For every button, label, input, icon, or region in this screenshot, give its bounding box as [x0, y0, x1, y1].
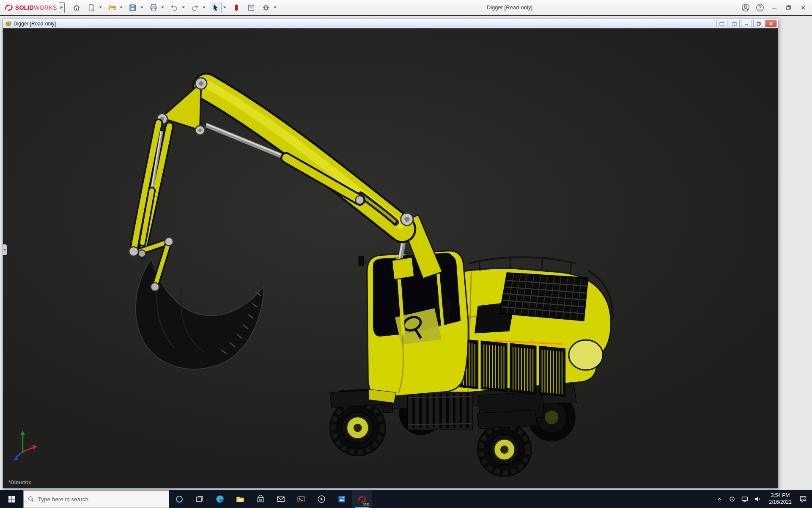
media-player-icon	[317, 495, 326, 503]
system-tray: 3:54 PM 2/16/2021	[713, 490, 812, 508]
cortana-button[interactable]	[169, 490, 189, 508]
help-icon	[756, 3, 764, 12]
close-icon	[801, 5, 806, 10]
save-dropdown[interactable]	[139, 2, 145, 13]
maximize-button[interactable]	[782, 0, 796, 15]
options-dropdown[interactable]	[272, 2, 278, 13]
redo-button[interactable]	[189, 2, 201, 13]
mail-icon	[277, 495, 285, 503]
red-tool-icon	[233, 4, 240, 11]
doc-pane-tile-button[interactable]	[729, 20, 740, 27]
task-view-icon	[196, 495, 203, 503]
minimize-button[interactable]	[767, 0, 782, 15]
taskbar-search[interactable]	[23, 490, 169, 508]
solidworks-logo[interactable]: SOLIDWORKS	[4, 4, 57, 11]
taskbar-app-media-player[interactable]	[311, 490, 332, 508]
collapsed-panel-tab[interactable]	[3, 244, 7, 255]
save-button[interactable]	[127, 2, 139, 13]
search-input[interactable]	[38, 496, 165, 502]
action-center-icon	[799, 495, 807, 503]
doc-minimize-icon	[744, 22, 749, 26]
solidworks-mark-icon	[4, 4, 14, 11]
doc-restore-icon	[757, 22, 761, 26]
new-document-dropdown[interactable]	[98, 2, 103, 13]
action-center-button[interactable]	[797, 490, 809, 508]
taskbar: 2021 3:54 PM 2/16/2021	[0, 490, 812, 508]
undo-dropdown[interactable]	[181, 2, 186, 13]
save-icon	[129, 4, 137, 11]
document-type-icon	[5, 21, 11, 27]
hidden-icons-button[interactable]	[713, 490, 726, 508]
doc-close-button[interactable]	[765, 20, 776, 27]
pane-cascade-icon	[719, 22, 724, 26]
user-account-icon	[741, 3, 750, 12]
taskbar-clock[interactable]: 3:54 PM 2/16/2021	[764, 492, 797, 505]
options-button[interactable]	[260, 2, 272, 13]
task-view-button[interactable]	[189, 490, 210, 508]
red-tool-button[interactable]	[230, 2, 242, 13]
terminal-icon	[297, 495, 305, 503]
select-tool-dropdown[interactable]	[222, 2, 228, 13]
volume-icon	[754, 496, 761, 502]
windows-logo-icon	[8, 495, 16, 503]
document-title: Digger [Read-only]	[14, 21, 715, 27]
clock-date: 2/16/2021	[765, 499, 796, 506]
network-icon	[741, 496, 748, 502]
start-button[interactable]	[0, 490, 23, 508]
doc-minimize-button[interactable]	[741, 20, 752, 27]
boom-group[interactable]	[157, 78, 442, 280]
close-button[interactable]	[796, 0, 810, 15]
stick-group[interactable]	[134, 123, 170, 254]
pane-tile-icon	[732, 22, 737, 26]
brand-text-solid: SOLID	[15, 4, 34, 11]
chevron-up-icon	[717, 497, 722, 502]
document-window: Digger [Read-only]	[3, 19, 778, 489]
viewport-3d[interactable]: *Dimetric	[3, 28, 778, 488]
redo-icon	[191, 4, 199, 11]
doc-close-icon	[769, 22, 773, 26]
new-document-icon	[88, 4, 95, 11]
redo-dropdown[interactable]	[201, 2, 207, 13]
menu-bar: SOLIDWORKS	[0, 0, 812, 15]
solidworks-version-badge: 2021	[363, 503, 370, 506]
taskbar-app-photos[interactable]	[332, 490, 352, 508]
status-dot-icon	[729, 496, 735, 502]
taskbar-app-store[interactable]	[250, 490, 271, 508]
new-document-button[interactable]	[85, 2, 97, 13]
search-icon	[28, 496, 34, 502]
file-properties-icon	[247, 4, 255, 11]
gear-icon	[262, 4, 270, 11]
account-button[interactable]	[738, 0, 753, 15]
store-icon	[256, 495, 265, 503]
network-button[interactable]	[738, 490, 751, 508]
doc-restore-button[interactable]	[753, 20, 764, 27]
select-arrow-icon	[212, 4, 219, 11]
open-dropdown[interactable]	[118, 2, 124, 13]
open-button[interactable]	[106, 2, 118, 13]
print-button[interactable]	[148, 2, 159, 13]
home-button[interactable]	[71, 2, 82, 13]
taskbar-app-edge[interactable]	[210, 490, 230, 508]
taskbar-app-solidworks[interactable]: 2021	[352, 490, 372, 508]
clock-time: 3:54 PM	[765, 492, 796, 499]
taskbar-app-terminal[interactable]	[291, 490, 311, 508]
file-explorer-icon	[236, 495, 244, 503]
excavator-model[interactable]	[3, 28, 778, 488]
volume-button[interactable]	[751, 490, 764, 508]
taskbar-app-mail[interactable]	[271, 490, 291, 508]
doc-pane-cascade-button[interactable]	[716, 20, 727, 27]
help-button[interactable]	[753, 0, 767, 15]
undo-button[interactable]	[168, 2, 180, 13]
taskbar-app-file-explorer[interactable]	[230, 490, 250, 508]
brand-text-works: WORKS	[34, 4, 57, 11]
undo-icon	[170, 4, 178, 11]
photos-icon	[337, 495, 346, 503]
tray-status-icon-button[interactable]	[726, 490, 738, 508]
select-tool-button[interactable]	[210, 2, 222, 13]
body-group[interactable]	[445, 256, 613, 397]
file-properties-button[interactable]	[245, 2, 257, 13]
menu-flyout-arrow[interactable]	[59, 2, 65, 13]
document-titlebar[interactable]: Digger [Read-only]	[3, 19, 778, 28]
print-dropdown[interactable]	[160, 2, 165, 13]
print-icon	[150, 4, 157, 11]
